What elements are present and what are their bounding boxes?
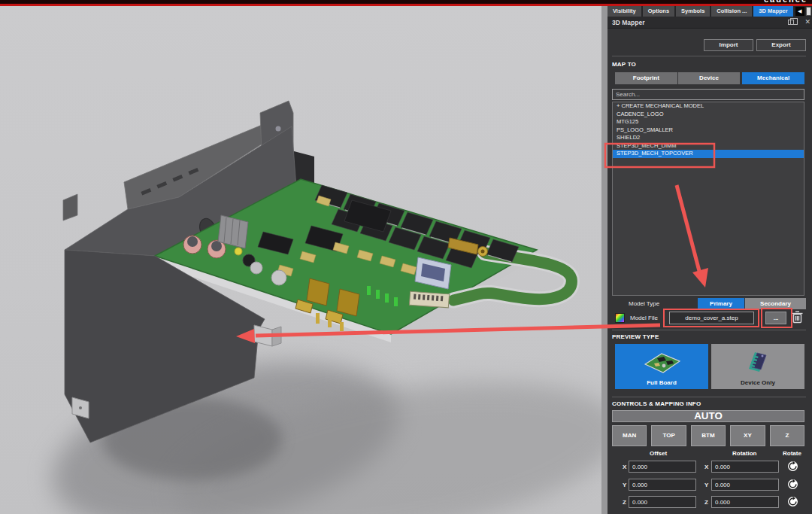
list-item[interactable]: CADENCE_LOGO — [613, 111, 804, 119]
offset-x-field[interactable] — [629, 461, 696, 473]
browse-button[interactable]: ... — [765, 312, 786, 324]
rotation-y-field[interactable] — [711, 479, 779, 491]
undock-icon[interactable] — [788, 20, 794, 25]
rotation-z-label: Z — [704, 499, 708, 506]
axis-row-z: Z Z — [607, 496, 812, 509]
list-item[interactable]: SHIELD2 — [613, 134, 804, 142]
scroll-left-icon[interactable]: ◀ — [795, 7, 804, 16]
rotation-x-field[interactable] — [711, 461, 779, 473]
secondary-button[interactable]: Secondary — [745, 298, 806, 309]
xy-button[interactable]: XY — [730, 425, 765, 446]
trash-icon[interactable] — [790, 311, 804, 325]
auto-button[interactable]: AUTO — [612, 410, 804, 422]
model-file-label: Model File — [630, 315, 658, 321]
list-item-selected[interactable]: STEP3D_MECH_TOPCOVER — [613, 150, 804, 158]
tab-collision[interactable]: Collision ... — [711, 6, 752, 17]
color-swatch-icon[interactable] — [615, 313, 625, 323]
tab-options[interactable]: Options — [643, 6, 674, 17]
rotate-header: Rotate — [783, 450, 801, 457]
separator — [612, 397, 806, 397]
map-to-tabs: Footprint Device Mechanical — [615, 72, 804, 84]
red-divider-line — [0, 4, 812, 6]
tab-3d-mapper[interactable]: 3D Mapper — [753, 6, 792, 17]
z-button[interactable]: Z — [770, 425, 804, 446]
primary-button[interactable]: Primary — [698, 298, 744, 309]
3d-mapper-panel: Visibility Options Symbols Collision ...… — [607, 6, 812, 514]
silver-cap-2 — [250, 262, 262, 274]
3d-viewport[interactable] — [0, 6, 601, 514]
tab-device[interactable]: Device — [678, 72, 741, 84]
rotate-z-icon[interactable] — [786, 496, 799, 509]
axis-row-x: X X — [607, 461, 812, 473]
map-to-heading: MAP TO — [612, 61, 636, 68]
btm-button[interactable]: BTM — [691, 425, 726, 446]
close-icon[interactable]: ✕ — [804, 18, 810, 26]
list-item[interactable]: STEP3D_MECH_DIMM — [613, 142, 804, 151]
panel-splitter[interactable] — [601, 6, 607, 514]
list-item[interactable]: MTG125 — [613, 118, 804, 126]
offset-z-field[interactable] — [629, 496, 696, 508]
top-strip: cadence — [0, 0, 812, 6]
axis-row-y: Y Y — [607, 479, 812, 491]
offset-y-field[interactable] — [629, 479, 696, 491]
scroll-right-icon[interactable] — [806, 7, 811, 16]
controls-heading: CONTROLS & MAPPING INFO — [612, 400, 701, 407]
mode-button-row: MAN TOP BTM XY Z — [612, 425, 804, 446]
full-board-thumbnail — [639, 348, 684, 376]
silver-cap — [271, 270, 286, 285]
man-button[interactable]: MAN — [612, 425, 647, 446]
search-input[interactable] — [612, 89, 804, 100]
rotation-z-field[interactable] — [711, 496, 779, 508]
offset-z-label: Z — [623, 499, 626, 506]
top-button[interactable]: TOP — [651, 425, 686, 446]
rotate-x-icon[interactable] — [786, 461, 799, 473]
dock-tab-bar: Visibility Options Symbols Collision ...… — [607, 6, 812, 17]
tab-mechanical[interactable]: Mechanical — [742, 72, 804, 84]
rotation-x-label: X — [704, 464, 708, 470]
import-button[interactable]: Import — [704, 39, 753, 51]
rotation-header: Rotation — [732, 450, 756, 457]
model-list: + CREATE MECHANICAL MODEL CADENCE_LOGO M… — [612, 102, 804, 296]
separator — [612, 56, 806, 56]
tab-symbols[interactable]: Symbols — [676, 6, 710, 17]
model-type-label: Model Type — [629, 300, 659, 307]
list-item[interactable]: PS_LOGO_SMALLER — [613, 126, 804, 135]
device-only-thumbnail — [735, 348, 780, 376]
led — [235, 248, 242, 255]
separator — [612, 330, 806, 330]
rotation-y-label: Y — [704, 482, 708, 488]
panel-title-bar: 3D Mapper ✕ — [607, 17, 812, 29]
tab-visibility[interactable]: Visibility — [607, 6, 641, 17]
tab-footprint[interactable]: Footprint — [615, 72, 677, 84]
flex-connector — [409, 291, 449, 308]
3d-scene — [0, 6, 601, 514]
offset-header: Offset — [650, 450, 667, 457]
list-item-create-model[interactable]: + CREATE MECHANICAL MODEL — [613, 102, 804, 111]
preview-full-board[interactable]: Full Board — [615, 344, 708, 389]
model-file-field[interactable] — [669, 312, 754, 324]
rotate-y-icon[interactable] — [786, 479, 799, 491]
full-board-label: Full Board — [615, 379, 708, 386]
preview-type-heading: PREVIEW TYPE — [612, 333, 659, 340]
export-button[interactable]: Export — [756, 39, 806, 51]
offset-x-label: X — [623, 464, 626, 470]
offset-y-label: Y — [623, 482, 626, 488]
device-only-label: Device Only — [711, 379, 804, 386]
preview-device-only[interactable]: Device Only — [711, 344, 804, 389]
panel-title: 3D Mapper — [612, 19, 644, 26]
